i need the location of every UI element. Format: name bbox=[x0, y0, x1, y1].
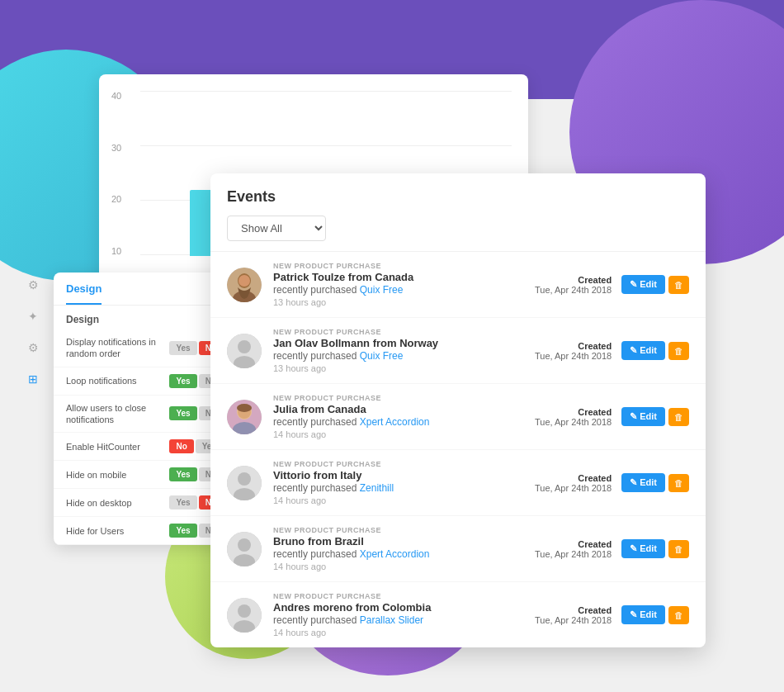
event-time-6: 14 hours ago bbox=[273, 628, 535, 637]
delete-btn-3[interactable]: 🗑 bbox=[668, 408, 689, 426]
event-actions-3: ✎ Edit 🗑 bbox=[621, 407, 689, 426]
design-row-loop: Loop notifications Yes No bbox=[54, 367, 235, 396]
toggle-mobile-yes[interactable]: Yes bbox=[169, 467, 196, 481]
svg-point-19 bbox=[238, 604, 251, 618]
avatar-4 bbox=[227, 466, 262, 500]
design-row-hitcounter-label: Enable HitCounter bbox=[66, 441, 169, 453]
toggle-loop-yes[interactable]: Yes bbox=[169, 374, 196, 388]
avatar-photo-3 bbox=[227, 400, 262, 434]
sidebar-icon-gear[interactable]: ⚙ bbox=[25, 277, 41, 293]
design-tab[interactable]: Design bbox=[66, 282, 102, 305]
event-desc-1: recently purchased Quix Free bbox=[273, 284, 535, 296]
event-meta-label-5: Created bbox=[535, 539, 612, 549]
avatar-1 bbox=[227, 268, 262, 302]
edit-btn-3[interactable]: ✎ Edit bbox=[621, 407, 665, 426]
event-product-2[interactable]: Quix Free bbox=[360, 350, 404, 362]
event-info-4: NEW PRODUCT PURCHASE Vittorio from Italy… bbox=[273, 460, 535, 505]
edit-btn-4[interactable]: ✎ Edit bbox=[621, 473, 665, 492]
edit-btn-5[interactable]: ✎ Edit bbox=[621, 539, 665, 558]
event-meta-date-2: Tue, Apr 24th 2018 bbox=[535, 351, 612, 361]
design-row-random: Display notifications in random order Ye… bbox=[54, 329, 235, 367]
event-time-2: 13 hours ago bbox=[273, 363, 535, 373]
edit-btn-1[interactable]: ✎ Edit bbox=[621, 275, 665, 294]
event-type-5: NEW PRODUCT PURCHASE bbox=[273, 526, 535, 534]
event-actions-6: ✎ Edit 🗑 bbox=[621, 605, 689, 624]
chart-y-axis: 40 30 20 10 bbox=[111, 91, 121, 256]
event-meta-1: Created Tue, Apr 24th 2018 bbox=[535, 275, 612, 295]
event-desc-6: recently purchased Parallax Slider bbox=[273, 614, 535, 626]
event-meta-label-3: Created bbox=[535, 407, 612, 417]
toggle-close-yes[interactable]: Yes bbox=[169, 406, 196, 420]
event-info-2: NEW PRODUCT PURCHASE Jan Olav Bollmann f… bbox=[273, 328, 535, 373]
design-panel-header: Design bbox=[54, 273, 235, 306]
event-name-2: Jan Olav Bollmann from Norway bbox=[273, 337, 535, 349]
design-row-close-label: Allow users to close notifications bbox=[66, 402, 169, 426]
event-name-3: Julia from Canada bbox=[273, 403, 535, 415]
event-meta-6: Created Tue, Apr 24th 2018 bbox=[535, 605, 612, 625]
event-product-1[interactable]: Quix Free bbox=[360, 284, 404, 296]
design-section-title: Design bbox=[54, 306, 235, 329]
event-row-5: NEW PRODUCT PURCHASE Bruno from Brazil r… bbox=[210, 516, 706, 582]
design-row-hitcounter: Enable HitCounter No Yes bbox=[54, 433, 235, 461]
avatar-5 bbox=[227, 532, 262, 566]
chart-y-10: 10 bbox=[111, 246, 121, 256]
delete-btn-1[interactable]: 🗑 bbox=[668, 276, 689, 294]
sidebar-icon-plus[interactable]: ✦ bbox=[25, 308, 41, 325]
event-meta-2: Created Tue, Apr 24th 2018 bbox=[535, 341, 612, 361]
design-row-desktop-label: Hide on desktop bbox=[66, 497, 169, 509]
delete-btn-4[interactable]: 🗑 bbox=[668, 474, 689, 492]
event-product-6[interactable]: Parallax Slider bbox=[360, 614, 423, 626]
event-time-1: 13 hours ago bbox=[273, 297, 535, 307]
edit-btn-2[interactable]: ✎ Edit bbox=[621, 341, 665, 360]
svg-point-5 bbox=[238, 340, 251, 353]
delete-btn-2[interactable]: 🗑 bbox=[668, 342, 689, 360]
event-meta-date-5: Tue, Apr 24th 2018 bbox=[535, 549, 612, 559]
edit-btn-6[interactable]: ✎ Edit bbox=[621, 605, 665, 624]
toggle-random-yes[interactable]: Yes bbox=[169, 341, 196, 355]
design-panel: Design Design Display notifications in r… bbox=[54, 273, 235, 545]
event-desc-5: recently purchased Xpert Accordion bbox=[273, 548, 535, 560]
event-name-6: Andres moreno from Colombia bbox=[273, 601, 535, 614]
toggle-users-yes[interactable]: Yes bbox=[169, 524, 196, 538]
design-row-users-label: Hide for Users bbox=[66, 525, 169, 537]
svg-point-3 bbox=[239, 275, 250, 287]
avatar-3 bbox=[227, 400, 262, 434]
avatar-generic-4 bbox=[227, 466, 262, 500]
event-time-4: 14 hours ago bbox=[273, 495, 535, 505]
events-filter-bar: Show All bbox=[227, 216, 689, 241]
event-row-4: NEW PRODUCT PURCHASE Vittorio from Italy… bbox=[210, 450, 706, 516]
chart-bar-teal bbox=[190, 190, 213, 256]
sidebar-icon-settings[interactable]: ⚙ bbox=[25, 339, 41, 356]
svg-point-13 bbox=[238, 472, 251, 486]
filter-select[interactable]: Show All bbox=[227, 216, 326, 241]
event-meta-label-1: Created bbox=[535, 275, 612, 285]
chart-y-20: 20 bbox=[111, 194, 121, 204]
delete-btn-5[interactable]: 🗑 bbox=[668, 540, 689, 558]
avatar-6 bbox=[227, 598, 262, 633]
event-product-4[interactable]: Zenithill bbox=[360, 482, 394, 494]
sidebar-icon-grid[interactable]: ⊞ bbox=[25, 371, 41, 387]
design-row-loop-label: Loop notifications bbox=[66, 375, 169, 386]
event-name-1: Patrick Toulze from Canada bbox=[273, 271, 535, 283]
event-row-6: NEW PRODUCT PURCHASE Andres moreno from … bbox=[210, 582, 706, 647]
event-meta-4: Created Tue, Apr 24th 2018 bbox=[535, 473, 612, 493]
delete-btn-6[interactable]: 🗑 bbox=[668, 606, 689, 624]
event-info-6: NEW PRODUCT PURCHASE Andres moreno from … bbox=[273, 592, 535, 637]
event-product-5[interactable]: Xpert Accordion bbox=[360, 548, 430, 560]
event-type-2: NEW PRODUCT PURCHASE bbox=[273, 328, 535, 336]
event-info-1: NEW PRODUCT PURCHASE Patrick Toulze from… bbox=[273, 262, 535, 307]
design-row-close: Allow users to close notifications Yes N… bbox=[54, 396, 235, 434]
svg-point-11 bbox=[237, 404, 252, 412]
event-desc-2: recently purchased Quix Free bbox=[273, 350, 535, 362]
svg-point-16 bbox=[238, 538, 251, 552]
event-product-3[interactable]: Xpert Accordion bbox=[360, 416, 430, 428]
design-row-users: Hide for Users Yes No bbox=[54, 517, 235, 545]
toggle-hitcounter-no[interactable]: No bbox=[169, 439, 193, 453]
event-meta-date-3: Tue, Apr 24th 2018 bbox=[535, 417, 612, 427]
events-panel: Events Show All NEW PRODUCT PURCHASE Pat… bbox=[210, 173, 706, 647]
event-type-1: NEW PRODUCT PURCHASE bbox=[273, 262, 535, 270]
event-desc-3: recently purchased Xpert Accordion bbox=[273, 416, 535, 428]
toggle-desktop-yes[interactable]: Yes bbox=[169, 495, 196, 510]
sidebar-icons: ⚙ ✦ ⚙ ⊞ bbox=[25, 273, 50, 387]
event-info-3: NEW PRODUCT PURCHASE Julia from Canada r… bbox=[273, 394, 535, 439]
